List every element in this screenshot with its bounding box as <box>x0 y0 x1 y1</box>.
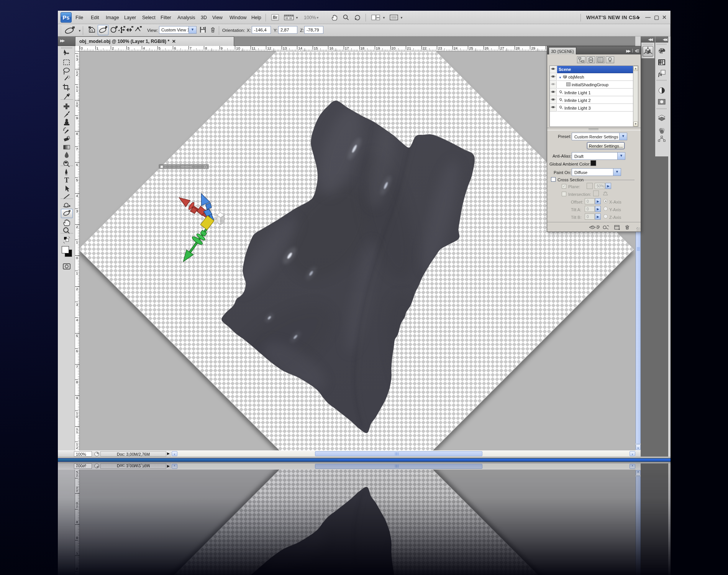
svg-text:fx: fx <box>658 72 662 77</box>
svg-text:T: T <box>64 176 69 184</box>
